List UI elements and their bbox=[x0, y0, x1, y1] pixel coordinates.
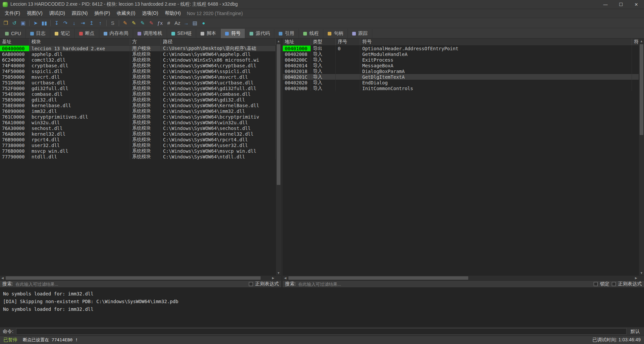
menu-item-插件[interactable]: 插件(P) bbox=[91, 9, 113, 18]
table-row[interactable]: 754E0000combase.dll系统模块C:\Windows\SysWOW… bbox=[0, 91, 276, 97]
manual-button[interactable]: ▤ bbox=[191, 19, 199, 27]
column-header-path[interactable]: 路径 bbox=[161, 39, 276, 45]
table-row[interactable]: 76B90000rpcrt4.dll系统模块C:\Windows\SysWOW6… bbox=[0, 137, 276, 142]
table-row[interactable]: 74F40000cryptbase.dll系统模块C:\Windows\SysW… bbox=[0, 63, 276, 68]
tab-notes[interactable]: 笔记 bbox=[50, 29, 75, 38]
run-to-cursor-button[interactable]: ⇥ bbox=[79, 19, 87, 27]
tab-breakpoints[interactable]: 断点 bbox=[75, 29, 99, 38]
table-row[interactable]: 76A10000win32u.dll系统模块C:\Windows\SysWOW6… bbox=[0, 120, 276, 125]
scroll-right-icon[interactable]: ▶ bbox=[634, 276, 639, 281]
symbols-horizontal-scrollbar[interactable]: ◀ ▶ bbox=[283, 275, 644, 280]
column-header-ordinal[interactable]: 序号 bbox=[336, 39, 360, 45]
tab-symbols[interactable]: 符号 bbox=[221, 29, 245, 38]
menu-item-收藏夹[interactable]: 收藏夹(I) bbox=[113, 9, 139, 18]
trace-into-button[interactable]: ↓ bbox=[70, 19, 78, 27]
menu-item-视图[interactable]: 视图(V) bbox=[23, 9, 46, 18]
table-row[interactable]: 00400000leccion 13 hardcoded 2.exe用户模块C:… bbox=[0, 46, 276, 51]
tab-references[interactable]: 引用 bbox=[274, 29, 299, 38]
tab-cpu[interactable]: CPU bbox=[1, 29, 26, 38]
modules-regex-checkbox[interactable] bbox=[249, 282, 253, 286]
table-row[interactable]: 75050000msvcrt.dll系统模块C:\Windows\SysWOW6… bbox=[0, 74, 276, 80]
table-row[interactable]: 752F0000gdi32full.dll系统模块C:\Windows\SysW… bbox=[0, 85, 276, 91]
lock-checkbox[interactable] bbox=[594, 282, 598, 286]
scroll-thumb[interactable] bbox=[277, 44, 280, 185]
strings-button[interactable]: Az bbox=[173, 19, 181, 27]
tab-script[interactable]: 脚本 bbox=[196, 29, 221, 38]
table-row[interactable]: 00401000导出0OptionalHeader.AddressOfEntry… bbox=[283, 46, 639, 51]
execute-till-return-button[interactable]: ↥ bbox=[88, 19, 96, 27]
table-row[interactable]: 00402018导入DialogBoxParamA bbox=[283, 68, 639, 74]
restart-button[interactable]: ↺ bbox=[10, 19, 18, 27]
scroll-down-icon[interactable]: ▼ bbox=[639, 270, 644, 275]
modules-search-input[interactable] bbox=[15, 282, 247, 287]
table-row[interactable]: 761C0000bcryptprimitives.dll系统模块C:\Windo… bbox=[0, 114, 276, 120]
table-row[interactable]: 0040200C导入ExitProcess bbox=[283, 57, 639, 63]
assemble-button[interactable]: ✎ bbox=[121, 19, 129, 27]
table-row[interactable]: 6AB00000apphelp.dll系统模块C:\Windows\SysWOW… bbox=[0, 51, 276, 57]
command-type-selector[interactable]: 默认 bbox=[629, 329, 641, 335]
table-row[interactable]: 74F50000sspicli.dll系统模块C:\Windows\SysWOW… bbox=[0, 68, 276, 74]
tab-call-stack[interactable]: 调用堆栈 bbox=[133, 29, 167, 38]
tab-trace[interactable]: 跟踪 bbox=[348, 29, 372, 38]
table-row[interactable]: 75850000gdi32.dll系统模块C:\Windows\SysWOW64… bbox=[0, 97, 276, 102]
run-to-user-code-button[interactable]: ↑ bbox=[96, 19, 104, 27]
pause-button[interactable]: ▮▮ bbox=[40, 19, 48, 27]
table-row[interactable]: 76AB0000kernel32.dll系统模块C:\Windows\SysWO… bbox=[0, 131, 276, 137]
scroll-thumb[interactable] bbox=[640, 44, 643, 135]
scroll-left-icon[interactable]: ◀ bbox=[0, 276, 5, 281]
table-row[interactable]: 77790000ntdll.dll系统模块C:\Windows\SysWOW64… bbox=[0, 154, 276, 159]
table-row[interactable]: 00402020导入EndDialog bbox=[283, 80, 639, 85]
menu-item-帮助[interactable]: 帮助(H) bbox=[162, 9, 184, 18]
column-header-undecorated[interactable]: 符号(已消除修饰) bbox=[632, 39, 639, 45]
modify-value-button[interactable]: ƒx bbox=[156, 19, 164, 27]
table-row[interactable]: 776B0000msvcp_win.dll系统模块C:\Windows\SysW… bbox=[0, 148, 276, 154]
tab-threads[interactable]: 线程 bbox=[299, 29, 323, 38]
table-row[interactable]: 00402000导入InitCommonControls bbox=[283, 85, 639, 91]
symbols-vertical-scrollbar[interactable]: ▲ ▼ bbox=[639, 39, 644, 275]
table-row[interactable]: 77380000user32.dll系统模块C:\Windows\SysWOW6… bbox=[0, 142, 276, 148]
modules-horizontal-scrollbar[interactable]: ◀ ▶ bbox=[0, 275, 281, 280]
maximize-button[interactable]: ☐ bbox=[613, 0, 629, 9]
tab-memory-map[interactable]: 内存布局 bbox=[99, 29, 133, 38]
column-header-base[interactable]: 基址 bbox=[0, 39, 30, 45]
table-row[interactable]: 76090000imm32.dll系统模块C:\Windows\SysWOW64… bbox=[0, 108, 276, 114]
table-row[interactable]: 6C240000comctl32.dll系统模块C:\Windows\WinSx… bbox=[0, 57, 276, 63]
table-row[interactable]: 00402008导入GetModuleHandleA bbox=[283, 51, 639, 57]
scroll-thumb[interactable] bbox=[288, 276, 468, 280]
command-input[interactable] bbox=[16, 328, 627, 335]
stop-button[interactable]: ▣ bbox=[19, 19, 27, 27]
trace-record-button[interactable]: S bbox=[109, 19, 117, 27]
scroll-thumb[interactable] bbox=[6, 276, 261, 280]
table-row[interactable]: 76A30000sechost.dll系统模块C:\Windows\SysWOW… bbox=[0, 125, 276, 131]
table-row[interactable]: 758E0000kernelbase.dll系统模块C:\Windows\Sys… bbox=[0, 102, 276, 108]
preferences-button[interactable]: ● bbox=[200, 19, 208, 27]
column-header-address[interactable]: 地址 bbox=[283, 39, 311, 45]
menu-item-选项[interactable]: 选项(O) bbox=[139, 9, 161, 18]
checksum-button[interactable]: # bbox=[165, 19, 173, 27]
step-into-button[interactable]: ↧ bbox=[53, 19, 61, 27]
minimize-button[interactable]: — bbox=[598, 0, 613, 9]
open-file-button[interactable]: ❐ bbox=[2, 19, 10, 27]
menu-item-调试[interactable]: 调试(D) bbox=[46, 9, 68, 18]
step-over-button[interactable]: ↷ bbox=[61, 19, 69, 27]
table-row[interactable]: 00402014导入MessageBoxA bbox=[283, 63, 639, 68]
column-header-symbol[interactable]: 符号 bbox=[360, 39, 632, 45]
table-row[interactable]: 751D0000ucrtbase.dll系统模块C:\Windows\SysWO… bbox=[0, 80, 276, 85]
menu-item-文件[interactable]: 文件(F) bbox=[1, 9, 23, 18]
close-button[interactable]: ✕ bbox=[629, 0, 644, 9]
run-button[interactable]: ➤ bbox=[32, 19, 40, 27]
scroll-up-icon[interactable]: ▲ bbox=[276, 39, 281, 44]
tab-seh-chain[interactable]: SEH链 bbox=[167, 29, 197, 38]
tab-log[interactable]: 日志 bbox=[26, 29, 50, 38]
highlighting-mode-button[interactable]: ✎ bbox=[130, 19, 138, 27]
column-header-type[interactable]: 类型 bbox=[311, 39, 336, 45]
symbols-regex-checkbox[interactable] bbox=[612, 282, 616, 286]
tab-source[interactable]: 源代码 bbox=[245, 29, 274, 38]
tab-handles[interactable]: 句柄 bbox=[323, 29, 348, 38]
column-header-module[interactable]: 模块 bbox=[30, 39, 130, 45]
edit-comment-button[interactable]: ✎ bbox=[147, 19, 155, 27]
patches-button[interactable]: ✎ bbox=[139, 19, 147, 27]
scroll-down-icon[interactable]: ▼ bbox=[276, 270, 281, 275]
scroll-left-icon[interactable]: ◀ bbox=[283, 276, 288, 281]
scroll-up-icon[interactable]: ▲ bbox=[639, 39, 644, 44]
